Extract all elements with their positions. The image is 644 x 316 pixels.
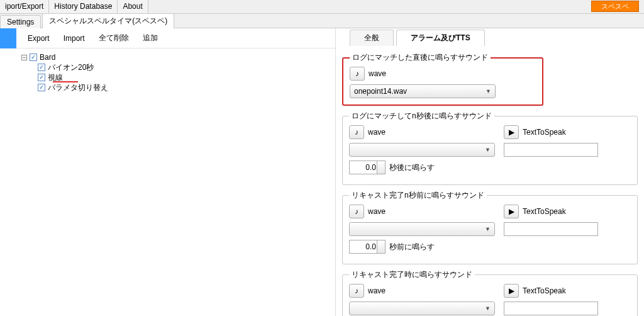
checkbox[interactable]: ✓ (38, 74, 45, 81)
chevron-down-icon: ▼ (485, 147, 491, 153)
highlight-underline (53, 81, 78, 82)
wave-label: wave (369, 69, 386, 78)
group-match-after-n: ログにマッチしてn秒後に鳴らすサウンド ♪ wave ▶ TextToSpeak… (342, 111, 638, 185)
sub-tab-row: 全般 アラーム及びTTS (336, 28, 644, 46)
tts-text-input[interactable] (504, 302, 598, 315)
wave-file-combo[interactable]: ▼ (349, 302, 495, 315)
group-recast-complete: リキャスト完了時に鳴らすサウンド ♪ wave ▶ TextToSpeak ▼ (342, 269, 638, 316)
selection-indicator (0, 28, 16, 48)
chevron-down-icon: ▼ (486, 88, 491, 94)
wave-label: wave (368, 128, 386, 137)
wave-file-combo[interactable]: onepoint14.wav ▼ (350, 84, 496, 98)
wave-file-combo[interactable]: ▼ (349, 143, 495, 157)
right-panel: 全般 アラーム及びTTS ログにマッチした直後に鳴らすサウンド ♪ wave o… (336, 28, 644, 316)
subtab-general[interactable]: 全般 (350, 30, 394, 46)
combo-value: onepoint14.wav (354, 87, 407, 96)
spespe-button[interactable]: スペスペ (591, 1, 639, 12)
before-seconds-spinner[interactable]: 0.0 (349, 240, 386, 254)
wave-file-combo[interactable]: ▼ (349, 222, 495, 236)
spinner-suffix: 秒前に鳴らす (389, 242, 435, 252)
group-legend: ログにマッチしてn秒後に鳴らすサウンド (349, 111, 494, 121)
tts-text-input[interactable] (504, 222, 598, 236)
main-area: Export Import 全て削除 追加 − ✓ Bard ✓ パイオン20秒… (0, 28, 644, 316)
tree-root[interactable]: − ✓ Bard (21, 52, 335, 62)
group-legend: ログにマッチした直後に鳴らすサウンド (350, 52, 491, 63)
tab-row: Settings スペシャルスペルタイマ(スペスペ) (0, 14, 644, 28)
tree-root-label: Bard (40, 52, 55, 62)
tree-item-label: パラメタ切り替え (48, 82, 108, 93)
delay-seconds-spinner[interactable]: 0.0 (349, 161, 386, 174)
group-legend: リキャスト完了n秒前に鳴らすサウンド (349, 190, 487, 201)
tts-label: TextToSpeak (523, 207, 566, 216)
play-wave-button[interactable]: ♪ (350, 67, 365, 81)
export-button[interactable]: Export (28, 34, 50, 43)
spinner-suffix: 秒後に鳴らす (389, 162, 435, 173)
play-tts-button[interactable]: ▶ (504, 205, 519, 218)
play-wave-button[interactable]: ♪ (349, 125, 364, 139)
checkbox[interactable]: ✓ (30, 54, 37, 61)
top-menu-bar: iport/Export History Database About スペスペ (0, 0, 644, 14)
tab-settings[interactable]: Settings (0, 15, 41, 28)
tab-spespe[interactable]: スペシャルスペルタイマ(スペスペ) (42, 13, 174, 28)
play-wave-button[interactable]: ♪ (349, 284, 364, 298)
top-tab-history-database[interactable]: History Database (49, 0, 118, 13)
wave-label: wave (368, 207, 386, 216)
import-button[interactable]: Import (64, 34, 85, 43)
chevron-down-icon: ▼ (485, 226, 491, 232)
sound-groups: ログにマッチした直後に鳴らすサウンド ♪ wave onepoint14.wav… (336, 46, 644, 316)
tree-item[interactable]: ✓ パラメタ切り替え (21, 82, 335, 93)
tts-text-input[interactable] (504, 143, 598, 157)
left-toolbar: Export Import 全て削除 追加 (16, 28, 335, 48)
tree-item-label: パイオン20秒 (48, 62, 94, 72)
left-panel: Export Import 全て削除 追加 − ✓ Bard ✓ パイオン20秒… (16, 28, 336, 316)
checkbox[interactable]: ✓ (38, 84, 45, 91)
wave-label: wave (368, 286, 386, 295)
top-tab-about[interactable]: About (118, 0, 148, 13)
checkbox[interactable]: ✓ (38, 64, 45, 71)
tree-view: − ✓ Bard ✓ パイオン20秒 ✓ 視線 ✓ パラメタ切り替え (16, 48, 335, 93)
spinner-value: 0.0 (365, 242, 376, 251)
delete-all-button[interactable]: 全て削除 (99, 33, 129, 43)
group-match-immediate: ログにマッチした直後に鳴らすサウンド ♪ wave onepoint14.wav… (342, 52, 543, 106)
tts-label: TextToSpeak (523, 128, 566, 137)
chevron-down-icon: ▼ (485, 305, 491, 312)
play-wave-button[interactable]: ♪ (349, 205, 364, 218)
group-recast-before-n: リキャスト完了n秒前に鳴らすサウンド ♪ wave ▶ TextToSpeak … (342, 190, 638, 264)
subtab-alarm-tts[interactable]: アラーム及びTTS (396, 30, 485, 46)
play-tts-button[interactable]: ▶ (504, 125, 519, 139)
collapse-icon[interactable]: − (21, 55, 27, 60)
top-tab-import-export[interactable]: iport/Export (0, 0, 49, 13)
tree-item[interactable]: ✓ パイオン20秒 (21, 62, 335, 72)
play-tts-button[interactable]: ▶ (504, 284, 519, 298)
add-button[interactable]: 追加 (143, 33, 158, 43)
tts-label: TextToSpeak (523, 286, 566, 295)
spinner-value: 0.0 (365, 163, 376, 172)
group-legend: リキャスト完了時に鳴らすサウンド (349, 269, 475, 280)
